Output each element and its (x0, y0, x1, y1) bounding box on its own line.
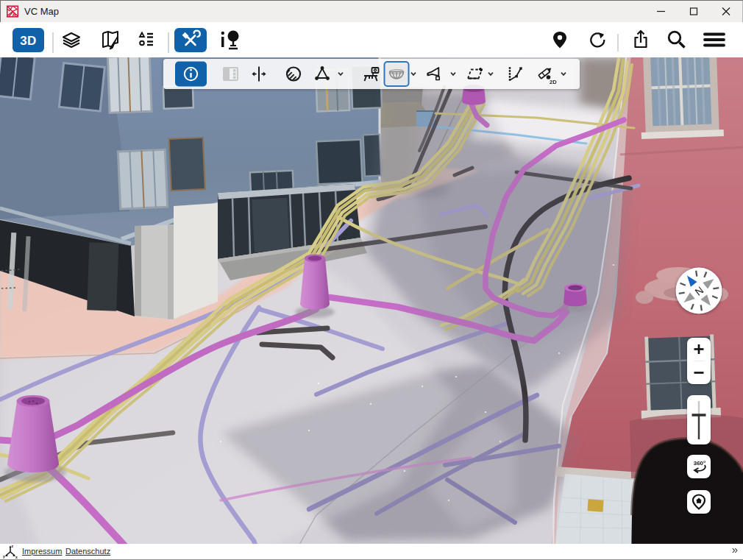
svg-text:z: z (12, 545, 14, 548)
svg-text:VC Map: VC Map (24, 6, 59, 17)
svg-text:x: x (15, 555, 18, 559)
svg-text:3D: 3D (20, 34, 37, 48)
svg-text:2D: 2D (550, 79, 557, 85)
svg-text:360°: 360° (694, 460, 706, 467)
svg-text:A: A (13, 11, 17, 18)
svg-text:y: y (3, 554, 5, 559)
